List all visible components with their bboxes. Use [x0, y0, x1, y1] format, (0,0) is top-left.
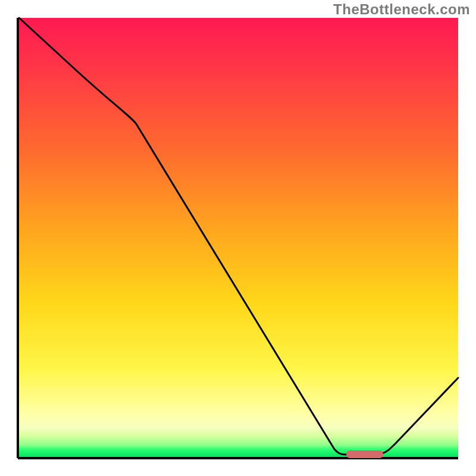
chart-svg: [0, 0, 476, 476]
bottleneck-curve: [19, 18, 458, 455]
chart-container: TheBottleneck.com: [0, 0, 476, 476]
optimal-marker: [346, 450, 383, 458]
